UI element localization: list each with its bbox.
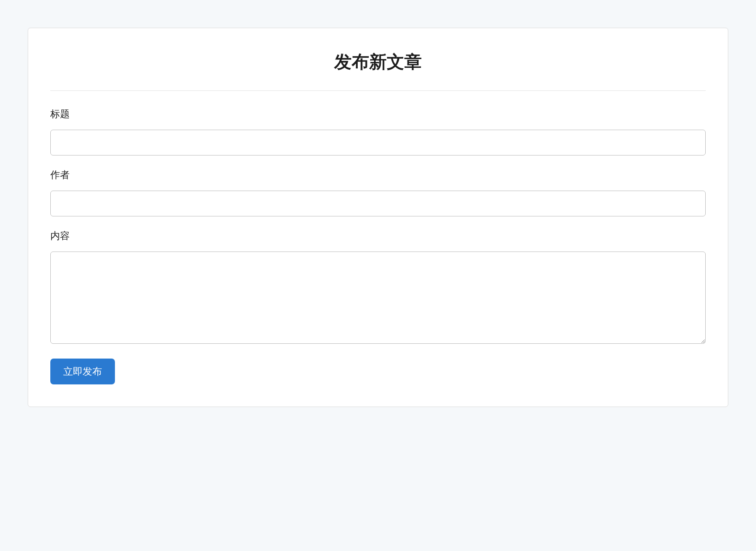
title-input[interactable] — [50, 130, 706, 156]
publish-button[interactable]: 立即发布 — [50, 359, 115, 384]
page-title: 发布新文章 — [50, 50, 706, 74]
author-input[interactable] — [50, 191, 706, 216]
content-textarea[interactable] — [50, 252, 706, 344]
publish-article-card: 发布新文章 标题 作者 内容 立即发布 — [28, 28, 728, 407]
content-form-group: 内容 — [50, 229, 706, 346]
divider — [50, 90, 706, 91]
title-label: 标题 — [50, 108, 706, 120]
author-form-group: 作者 — [50, 168, 706, 216]
author-label: 作者 — [50, 168, 706, 181]
content-label: 内容 — [50, 229, 706, 242]
title-form-group: 标题 — [50, 108, 706, 156]
